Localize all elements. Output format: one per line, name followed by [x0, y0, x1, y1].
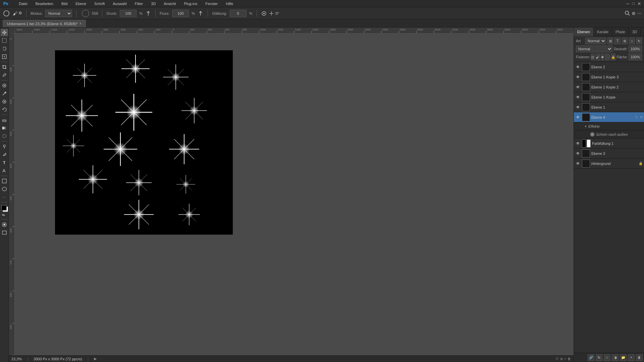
opacity-input[interactable] [120, 10, 137, 17]
tool-eyedropper[interactable] [1, 71, 8, 79]
menu-datei[interactable]: Datei [17, 1, 29, 6]
new-layer-icon[interactable]: + [564, 357, 566, 361]
tool-quickmask[interactable] [1, 221, 8, 228]
tool-path-select[interactable] [1, 167, 8, 174]
tab-3d[interactable]: 3D [629, 27, 641, 36]
layer-ebene1[interactable]: 👁 Ebene 1 [574, 102, 644, 112]
layer-visibility-ebene2[interactable]: 👁 [575, 64, 581, 70]
layer-ebene4[interactable]: 👁 Ebene 4 fx ✕ [574, 112, 644, 122]
effect-group-effekte[interactable]: ▾ Effekte [574, 122, 644, 130]
lock-artboard-icon[interactable]: ⬛ [605, 54, 610, 60]
link-layers-btn[interactable]: 🔗 [588, 354, 594, 361]
symmetry-icon[interactable] [268, 10, 274, 16]
menu-bearbeiten[interactable]: Bearbeiten [34, 1, 55, 6]
tab-pfade[interactable]: Pfade [612, 27, 629, 36]
tool-dodge[interactable] [1, 143, 8, 150]
canvas-scroll-area[interactable] [15, 34, 574, 355]
tool-more[interactable]: ··· [1, 193, 8, 201]
brush-settings-icon[interactable]: ⚙ [18, 11, 22, 16]
tool-screen-mode[interactable] [1, 229, 8, 236]
opacity-value[interactable] [629, 46, 642, 52]
airbrush-icon[interactable] [261, 10, 267, 16]
timeline-icon[interactable]: ⏱ [555, 357, 559, 361]
menu-schrift[interactable]: Schrift [93, 1, 106, 6]
tool-pen[interactable] [1, 151, 8, 158]
pressure-flow-icon[interactable] [198, 10, 204, 16]
layer-ebene1kopie2[interactable]: 👁 Ebene 1 Kopie 2 [574, 82, 644, 92]
flow-input[interactable] [172, 10, 189, 17]
art-select[interactable]: Normal [585, 38, 606, 44]
delete-layer-icon[interactable]: 🗑 [568, 357, 571, 361]
menu-hilfe[interactable]: Hilfe [224, 1, 234, 6]
foreground-color[interactable] [1, 205, 7, 210]
layer-delete-icon[interactable]: ✕ [640, 115, 643, 119]
tool-brush[interactable] [1, 90, 8, 97]
more-options-icon[interactable]: ⋯ [637, 11, 641, 16]
tab-ebenen[interactable]: Ebenen [574, 27, 594, 36]
tool-text[interactable]: T [1, 159, 8, 166]
delete-layer-btn[interactable]: 🗑 [636, 354, 643, 361]
brush-preset-icon[interactable]: 🖌 [13, 11, 17, 16]
pressure-opacity-icon[interactable] [145, 10, 151, 16]
lock-position-icon[interactable]: ✥ [601, 54, 604, 60]
window-close[interactable]: ✕ [637, 1, 641, 6]
layer-visibility-farbfuellung[interactable]: 👁 [575, 141, 581, 146]
blend-mode-select[interactable]: Normal [576, 46, 612, 52]
menu-auswahl[interactable]: Auswahl [111, 1, 128, 6]
tool-gradient[interactable] [1, 124, 8, 132]
layer-ebene1kopie[interactable]: 👁 Ebene 1 Kopie [574, 92, 644, 102]
search-icon[interactable] [625, 10, 630, 16]
mode-select[interactable]: Normal [45, 10, 72, 17]
tool-move[interactable] [1, 29, 8, 36]
menu-plugins[interactable]: Plug-ins [182, 1, 199, 6]
layer-ebene2[interactable]: 👁 Ebene 2 [574, 62, 644, 72]
layer-visibility-ebene1[interactable]: 👁 [575, 105, 581, 110]
tool-crop[interactable] [1, 63, 8, 71]
layer-farbfuellung[interactable]: 👁 Farbfüllung 1 [574, 138, 644, 148]
tool-lasso[interactable] [1, 45, 8, 52]
tool-selection[interactable] [1, 37, 8, 44]
tool-history-brush[interactable] [1, 106, 8, 113]
new-layer-btn[interactable]: + [628, 354, 635, 361]
effect-schein[interactable]: Schein nach außen [574, 130, 644, 138]
canvas-rotate-icon[interactable]: ↻ [636, 38, 642, 44]
tool-object-select[interactable] [1, 53, 8, 60]
layer-style-icon[interactable]: ⚙ [622, 38, 628, 44]
window-maximize[interactable]: □ [632, 1, 635, 6]
tab-close-btn[interactable]: × [79, 22, 82, 25]
tool-eraser[interactable] [1, 116, 8, 124]
layer-comp-icon[interactable]: ⊞ [560, 357, 563, 361]
menu-fenster[interactable]: Fenster [204, 1, 219, 6]
menu-ansicht[interactable]: Ansicht [162, 1, 177, 6]
tool-clone[interactable] [1, 98, 8, 105]
tool-blur[interactable] [1, 132, 8, 140]
layer-hintergrund[interactable]: 👁 Hintergrund 🔒 [574, 159, 644, 169]
layer-visibility-ebene4[interactable]: 👁 [575, 115, 581, 120]
new-fill-layer-btn[interactable]: ◑ [612, 354, 619, 361]
menu-bild[interactable]: Bild [60, 1, 69, 6]
new-group-btn[interactable]: 📁 [620, 354, 627, 361]
layer-visibility-hintergrund[interactable]: 👁 [575, 161, 581, 166]
layer-visibility-ebene1kopie2[interactable]: 👁 [575, 84, 581, 90]
layer-visibility-ebene1kopie[interactable]: 👁 [575, 95, 581, 100]
workspace-icon[interactable]: ⊞ [632, 11, 635, 16]
new-group-icon[interactable]: ⊞ [607, 38, 613, 44]
tab-kanaele[interactable]: Kanäle [594, 27, 612, 36]
tool-shape[interactable] [1, 177, 8, 185]
layer-visibility-ebene1kopie3[interactable]: 👁 [575, 74, 581, 80]
add-style-btn[interactable]: fx [596, 354, 602, 361]
menu-ebene[interactable]: Ebene [74, 1, 88, 6]
tool-healing[interactable] [1, 82, 8, 89]
tool-3d[interactable] [1, 185, 8, 193]
menu-filter[interactable]: Filter [133, 1, 144, 6]
fill-value[interactable] [629, 54, 642, 60]
swap-colors-icon[interactable]: ⇆ [2, 213, 7, 218]
window-minimize[interactable]: ─ [626, 1, 630, 6]
text-icon[interactable]: T [614, 38, 620, 44]
smoothing-input[interactable] [230, 10, 247, 17]
menu-3d[interactable]: 3D [150, 1, 157, 6]
mask-icon[interactable]: □ [629, 38, 635, 44]
lock-transparent-icon[interactable]: ⊡ [591, 54, 595, 60]
lock-image-icon[interactable]: 🖌 [596, 54, 600, 60]
layer-visibility-ebene3[interactable]: 👁 [575, 151, 581, 156]
